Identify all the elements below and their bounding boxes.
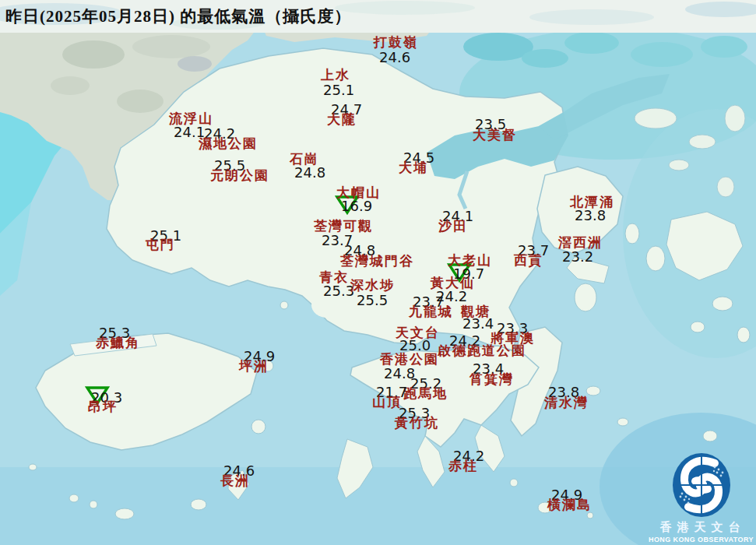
station-name: 啟德跑道公園 xyxy=(438,344,526,359)
station-name: 屯門 xyxy=(146,238,175,253)
station-name: 大美督 xyxy=(473,128,517,143)
station-value: 23.8 xyxy=(575,209,606,223)
station-name: 北潭涌 xyxy=(570,195,614,210)
station-name: 清水灣 xyxy=(544,396,589,411)
station-value: 23.2 xyxy=(562,250,593,264)
station-name: 跑馬地 xyxy=(403,387,448,402)
station-name: 濕地公園 xyxy=(199,137,258,152)
station-value: 25.1 xyxy=(323,83,354,97)
station-name: 青衣 xyxy=(319,271,349,286)
station-name: 赤鱲角 xyxy=(96,336,140,351)
station-name: 山頂 xyxy=(372,396,402,410)
stations-layer: 24.6 打鼓嶺 25.1 上水 24.7 大隴 24.1 流浮山 24.2 濕… xyxy=(0,0,756,545)
station-name: 深水埗 xyxy=(350,279,395,294)
station-name: 打鼓嶺 xyxy=(374,36,418,51)
station-name: 滘西洲 xyxy=(558,236,603,251)
hko-logo-icon xyxy=(666,452,737,519)
station-name: 天文台 xyxy=(396,326,440,341)
station-value: 25.5 xyxy=(357,294,388,308)
station-name: 橫瀾島 xyxy=(547,498,592,513)
station-name: 昂坪 xyxy=(88,400,118,415)
hko-logo: 香港天文台 HONG KONG OBSERVATORY xyxy=(646,452,756,543)
station-name: 觀塘 xyxy=(461,305,491,320)
station-name: 大帽山 xyxy=(336,186,381,201)
station-name: 九龍城 xyxy=(409,305,453,320)
station-name: 黃大仙 xyxy=(431,276,475,291)
station-value: 16.9 xyxy=(341,199,372,213)
weather-map-canvas: 昨日(2025年05月28日) 的最低氣溫（攝氏度） 24.6 打鼓嶺 25.1… xyxy=(0,0,756,545)
station-name: 長洲 xyxy=(220,474,250,489)
station-name: 上水 xyxy=(321,69,350,83)
station-name: 黃竹坑 xyxy=(395,417,439,431)
station-name: 西貢 xyxy=(514,254,543,269)
station-name: 沙田 xyxy=(438,220,468,234)
station-name: 坪洲 xyxy=(239,360,269,374)
station-value: 25.0 xyxy=(399,339,431,353)
station-name: 石崗 xyxy=(290,153,319,167)
station-name: 赤柱 xyxy=(448,459,478,474)
station-name: 元朗公園 xyxy=(210,169,269,184)
hko-logo-chinese-name: 香港天文台 xyxy=(649,520,756,535)
station-value: 24.6 xyxy=(379,51,410,65)
station-name: 荃灣城門谷 xyxy=(340,255,414,269)
station-name: 流浮山 xyxy=(169,112,213,127)
station-name: 大隴 xyxy=(327,113,357,128)
station-name: 香港公園 xyxy=(380,353,439,367)
station-name: 筲箕灣 xyxy=(469,373,514,388)
hko-logo-english-name: HONG KONG OBSERVATORY xyxy=(646,536,756,543)
station-name: 大老山 xyxy=(448,254,492,269)
station-value: 24.8 xyxy=(294,166,325,180)
page-title: 昨日(2025年05月28日) 的最低氣溫（攝氏度） xyxy=(5,5,351,27)
station-name: 荃灣可觀 xyxy=(314,220,373,234)
station-name: 大埔 xyxy=(399,161,428,176)
